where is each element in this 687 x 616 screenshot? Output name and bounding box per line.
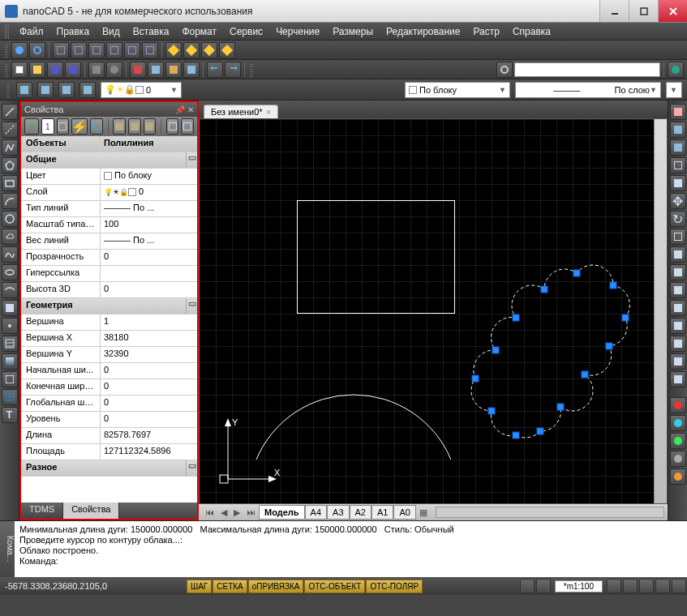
prop-row[interactable]: Слой💡☀🔒0 xyxy=(21,185,197,201)
toolbar-grip[interactable] xyxy=(5,43,8,58)
color-dropdown[interactable]: По блоку ▼ xyxy=(405,82,510,98)
prop-row[interactable]: Начальная ши...0 xyxy=(21,363,197,379)
circle-icon[interactable] xyxy=(2,211,18,227)
arc-icon[interactable] xyxy=(2,193,18,209)
copy-obj-icon[interactable] xyxy=(670,122,686,138)
prop-value[interactable]: 💡☀🔒0 xyxy=(101,185,197,200)
prop-value[interactable]: 0 xyxy=(101,250,197,265)
line-icon[interactable] xyxy=(2,104,18,120)
view-right-icon[interactable] xyxy=(106,42,122,58)
layer-lock-icon[interactable] xyxy=(79,82,96,98)
prop-row[interactable]: Вершина Y32390 xyxy=(21,347,197,363)
prop-value[interactable]: 32390 xyxy=(101,347,197,362)
menu-edit[interactable]: Правка xyxy=(51,24,96,39)
prop-value[interactable]: 0 xyxy=(101,412,197,427)
redo-icon[interactable] xyxy=(225,62,241,78)
prop-row[interactable]: Прозрачность0 xyxy=(21,250,197,266)
copy-icon[interactable] xyxy=(148,62,164,78)
document-tab[interactable]: Без имени0* × xyxy=(204,105,278,118)
snap-toggle[interactable]: ШАГ xyxy=(187,580,212,593)
fillet-icon[interactable] xyxy=(670,353,686,370)
close-tab-icon[interactable]: × xyxy=(266,107,271,117)
view-back-icon[interactable] xyxy=(124,42,140,58)
prop-row[interactable]: Вершина1 xyxy=(21,314,197,331)
tab-add-icon[interactable]: ▦ xyxy=(416,507,431,518)
tab-tdms[interactable]: TDMS xyxy=(21,503,63,519)
iso-sw-icon[interactable] xyxy=(165,42,182,58)
break-icon[interactable] xyxy=(670,300,686,316)
menu-raster[interactable]: Растр xyxy=(467,24,505,39)
command-label[interactable]: Кома... xyxy=(0,521,15,577)
light-icon[interactable] xyxy=(670,415,686,431)
prop-header-type[interactable]: Полилиния xyxy=(101,136,197,152)
collapse-icon[interactable]: ▭ xyxy=(186,298,197,314)
minimize-button[interactable] xyxy=(599,0,629,22)
new-icon[interactable] xyxy=(11,62,28,78)
linetype-dropdown[interactable]: ——— По слою ▼ xyxy=(515,82,661,98)
prop-value[interactable]: 0 xyxy=(101,396,197,411)
prop-row[interactable]: Высота 3D0 xyxy=(21,282,197,298)
scrollbar-vertical[interactable] xyxy=(654,119,667,503)
layer-props-icon[interactable] xyxy=(16,82,32,98)
pin-icon[interactable]: 📌 ✕ xyxy=(175,105,194,114)
matchprop-icon[interactable] xyxy=(183,62,200,78)
pan-icon[interactable] xyxy=(11,42,28,58)
prop-filter-icon[interactable] xyxy=(166,118,179,135)
prop-quick-icon[interactable]: ⚡ xyxy=(71,118,88,135)
prop-section-geometry[interactable]: Геометрия ▭ xyxy=(21,298,197,314)
search-icon[interactable] xyxy=(496,62,513,78)
zoom-in-icon[interactable] xyxy=(623,579,638,593)
status-icon[interactable] xyxy=(655,579,670,593)
status-icon[interactable] xyxy=(672,579,686,593)
command-history[interactable]: Минимальная длина дуги: 150000.000000 Ма… xyxy=(15,521,687,577)
prop-section-general[interactable]: Общие ▭ xyxy=(21,152,197,169)
animate-icon[interactable] xyxy=(670,468,686,485)
prop-row[interactable]: Вес линий——— По ... xyxy=(21,233,197,250)
collapse-icon[interactable]: ▭ xyxy=(186,152,197,168)
command-prompt[interactable]: Команда: xyxy=(19,556,58,566)
prop-section-misc[interactable]: Разное ▭ xyxy=(21,460,197,477)
prop-row[interactable]: Масштаб типа ...100 xyxy=(21,217,197,233)
prop-row[interactable]: Площадь127112324.5896 xyxy=(21,444,197,460)
ellipse-arc-icon[interactable] xyxy=(2,282,18,298)
toolbar-grip[interactable] xyxy=(5,62,8,77)
polar-toggle[interactable]: ОТС-ПОЛЯР xyxy=(366,580,423,593)
prop-value[interactable] xyxy=(101,266,197,281)
tab-a4[interactable]: А4 xyxy=(305,505,327,520)
prop-pick-icon[interactable] xyxy=(57,118,70,135)
block-icon[interactable] xyxy=(2,300,18,316)
search-input[interactable] xyxy=(514,62,660,77)
close-button[interactable] xyxy=(658,0,687,22)
layer-freeze-icon[interactable] xyxy=(58,82,75,98)
menu-modify[interactable]: Редактирование xyxy=(380,24,466,39)
otrack-toggle[interactable]: ОТС-ОБЪЕКТ xyxy=(304,580,365,593)
join-icon[interactable] xyxy=(670,318,686,334)
tab-a1[interactable]: А1 xyxy=(371,505,393,520)
prop-value[interactable]: 0 xyxy=(101,282,197,297)
tab-a0[interactable]: А0 xyxy=(393,505,415,520)
status-icon[interactable] xyxy=(520,579,535,593)
layer-dropdown[interactable]: 💡 ☀ 🔒 0 ▼ xyxy=(101,82,182,98)
saveall-icon[interactable] xyxy=(65,62,81,78)
tab-properties[interactable]: Свойства xyxy=(63,503,119,519)
print-icon[interactable] xyxy=(88,62,105,78)
drawn-cloud-selected[interactable] xyxy=(451,257,638,451)
view-front-icon[interactable] xyxy=(71,42,87,58)
maximize-button[interactable] xyxy=(629,0,658,22)
prop-value[interactable]: 82578.7697 xyxy=(101,428,197,443)
prop-value[interactable]: По блоку xyxy=(101,169,197,184)
scale-icon[interactable] xyxy=(670,229,686,245)
prop-row[interactable]: Длина82578.7697 xyxy=(21,428,197,444)
prop-value[interactable]: 1 xyxy=(101,314,197,330)
render-icon[interactable] xyxy=(670,397,686,413)
rotate-icon[interactable]: ↻ xyxy=(670,211,686,227)
menu-insert[interactable]: Вставка xyxy=(127,24,175,39)
iso-ne-icon[interactable] xyxy=(201,42,217,58)
grid-toggle[interactable]: СЕТКА xyxy=(213,580,247,593)
mirror-icon[interactable] xyxy=(670,139,686,156)
menu-draw[interactable]: Черчение xyxy=(270,24,325,39)
prop-value[interactable]: 0 xyxy=(101,363,197,379)
tab-next-icon[interactable]: ▶ xyxy=(230,507,243,518)
status-icon[interactable] xyxy=(607,579,621,593)
rectangle-icon[interactable] xyxy=(2,175,18,191)
